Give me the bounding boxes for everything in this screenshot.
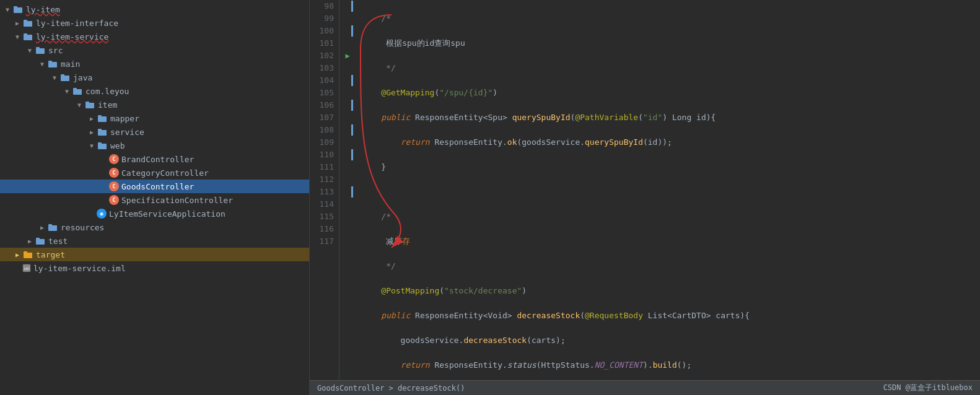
expand-arrow: ▼ [25, 47, 35, 54]
folder-icon [22, 19, 33, 27]
svg-rect-1 [14, 6, 17, 8]
expand-arrow: ▶ [25, 238, 35, 245]
code-content[interactable]: /* 根据spu的id查询spu */ @GetMapping("/spu/{i… [354, 0, 750, 380]
folder-icon [72, 87, 83, 95]
svg-rect-9 [48, 61, 52, 63]
tree-item-specification-controller[interactable]: C SpecificationController [0, 193, 309, 207]
tree-item-main[interactable]: ▼ main [0, 57, 309, 71]
svg-rect-7 [36, 47, 40, 49]
svg-rect-27 [24, 251, 27, 253]
folder-icon [97, 141, 108, 150]
tree-item-mapper[interactable]: ▶ mapper [0, 111, 309, 125]
expand-arrow: ▶ [87, 129, 97, 136]
expand-arrow: ▶ [87, 115, 97, 122]
tree-item-goods-controller[interactable]: C GoodsController [0, 180, 309, 193]
tree-label: ly-item-service [36, 32, 108, 41]
code-area[interactable]: 98 99 100 101 102 103 104 105 106 107 10… [310, 0, 980, 380]
svg-rect-10 [61, 76, 69, 81]
app-file-icon: ◉ [97, 209, 107, 219]
svg-rect-0 [14, 7, 22, 13]
svg-rect-26 [24, 253, 32, 258]
folder-icon [59, 73, 71, 82]
expand-arrow: ▼ [37, 61, 47, 67]
tree-label: service [110, 128, 144, 137]
expand-arrow: ▶ [37, 224, 47, 231]
tree-item-com-leyou[interactable]: ▼ com.leyou [0, 84, 309, 98]
svg-rect-2 [24, 21, 32, 27]
expand-arrow: ▼ [74, 102, 84, 108]
java-file-icon: C [109, 195, 119, 205]
svg-rect-25 [36, 238, 40, 240]
code-lines: /* 根据spu的id查询spu */ @GetMapping("/spu/{i… [354, 0, 750, 380]
tree-item-resources[interactable]: ▶ resources [0, 220, 309, 234]
tree-label: ly-item [26, 5, 60, 14]
tree-label: web [110, 141, 125, 150]
folder-icon [84, 100, 95, 109]
tree-item-category-controller[interactable]: C CategoryController [0, 166, 309, 180]
tree-item-src[interactable]: ▼ src [0, 43, 309, 57]
file-tree[interactable]: ▼ ly-item ▶ ly-item-interface ▼ ly-item-… [0, 0, 310, 395]
svg-rect-4 [24, 35, 32, 40]
tree-item-iml[interactable]: iml ly-item-service.iml [0, 261, 309, 275]
expand-arrow: ▼ [2, 6, 12, 13]
expand-arrow: ▶ [12, 251, 22, 258]
tree-label: CategoryController [121, 168, 209, 178]
expand-arrow: ▶ [12, 20, 22, 27]
tree-label: LyItemServiceApplication [109, 209, 225, 219]
tree-label: main [61, 59, 80, 69]
expand-arrow: ▼ [62, 88, 72, 95]
svg-rect-11 [61, 74, 64, 76]
svg-rect-8 [48, 62, 57, 67]
svg-rect-6 [36, 48, 45, 54]
tree-label: SpecificationController [121, 196, 233, 205]
tree-item-item[interactable]: ▼ item [0, 98, 309, 111]
tree-item-ly-item-interface[interactable]: ▶ ly-item-interface [0, 16, 309, 30]
expand-arrow: ▼ [12, 33, 22, 40]
svg-rect-13 [73, 88, 77, 90]
tree-item-ly-item-service[interactable]: ▼ ly-item-service [0, 30, 309, 43]
svg-rect-24 [36, 239, 45, 245]
tree-item-java[interactable]: ▼ java [0, 71, 309, 84]
svg-rect-20 [98, 144, 107, 149]
svg-rect-12 [73, 89, 82, 95]
svg-rect-21 [98, 142, 102, 144]
tree-item-test[interactable]: ▶ test [0, 234, 309, 248]
svg-rect-3 [24, 20, 27, 22]
status-right-text: CSDN @蓝盒子itbluebox [883, 383, 973, 393]
svg-rect-15 [85, 102, 89, 103]
tree-item-target[interactable]: ▶ target [0, 248, 309, 261]
main-content: ▼ ly-item ▶ ly-item-interface ▼ ly-item-… [0, 0, 980, 395]
folder-icon [12, 5, 24, 14]
tree-label: ly-item-interface [36, 19, 118, 28]
svg-rect-14 [85, 103, 94, 108]
svg-rect-18 [98, 130, 107, 136]
tree-item-web[interactable]: ▼ web [0, 139, 309, 152]
svg-rect-19 [98, 129, 102, 131]
java-file-icon: C [109, 168, 119, 178]
tree-label: item [98, 100, 117, 110]
folder-icon [97, 114, 108, 123]
folder-icon [35, 46, 46, 54]
folder-icon [35, 237, 46, 245]
java-file-icon: C [109, 154, 119, 164]
svg-rect-23 [48, 224, 52, 226]
tree-label: src [48, 46, 63, 55]
folder-icon [47, 59, 58, 68]
svg-rect-5 [24, 33, 27, 35]
tree-item-ly-item[interactable]: ▼ ly-item [0, 2, 309, 16]
gutter: ▶ [339, 0, 354, 380]
expand-arrow: ▼ [87, 142, 97, 149]
tree-item-lyitem-service-app[interactable]: ◉ LyItemServiceApplication [0, 207, 309, 220]
code-editor: 98 99 100 101 102 103 104 105 106 107 10… [310, 0, 980, 395]
svg-rect-22 [48, 225, 57, 231]
svg-rect-17 [98, 115, 102, 117]
tree-label: GoodsController [121, 182, 194, 191]
tree-label: com.leyou [85, 87, 129, 96]
tree-item-brand-controller[interactable]: C BrandController [0, 152, 309, 166]
folder-icon [47, 223, 58, 232]
folder-icon [22, 32, 33, 41]
tree-label: target [36, 250, 65, 259]
tree-label: mapper [110, 114, 139, 123]
iml-file-icon: iml [22, 264, 31, 272]
tree-item-service[interactable]: ▶ service [0, 125, 309, 139]
